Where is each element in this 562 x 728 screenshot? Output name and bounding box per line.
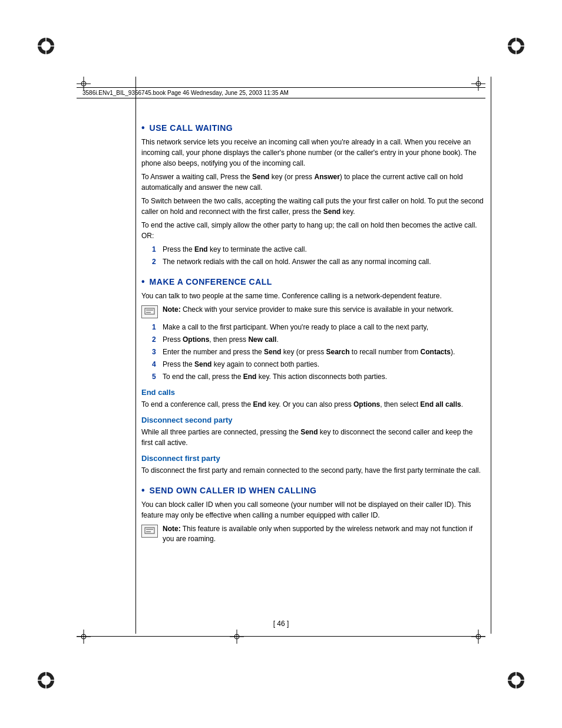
call-waiting-para-2: To Answer a waiting call, Press the Send…: [141, 172, 485, 193]
side-line-left: [135, 77, 136, 634]
section-use-call-waiting-heading: • USE CALL WAITING: [141, 123, 485, 133]
bottom-bar: [77, 636, 485, 637]
caller-id-note-box: Note: This feature is available only whe…: [141, 524, 485, 544]
bullet-use-call-waiting: •: [141, 123, 145, 133]
conference-note-text: Note: Check with your service provider t…: [163, 305, 454, 315]
conference-item-2: 2 Press Options, then press New call.: [152, 334, 485, 345]
note-icon-conference: [141, 305, 158, 318]
svg-rect-34: [145, 528, 154, 533]
call-waiting-para-3: To Switch between the two calls, accepti…: [141, 196, 485, 217]
reg-mark-top-right-outer: [505, 35, 527, 58]
crosshair-bottom-center: [230, 630, 244, 645]
conference-item-4: 4 Press the Send key again to connect bo…: [152, 359, 485, 370]
section-title-use-call-waiting: USE CALL WAITING: [150, 123, 233, 133]
call-waiting-para-4: To end the active call, simply allow the…: [141, 220, 485, 241]
section-conference-call-heading: • MAKE A CONFERENCE CALL: [141, 276, 485, 287]
content-area: • USE CALL WAITING This network service …: [141, 112, 485, 622]
caller-id-para-1: You can block caller ID when you call so…: [141, 499, 485, 521]
file-bar: 3586i.ENv1_BIL_9356745.book Page 46 Wedn…: [77, 87, 485, 98]
crosshair-bottom-right: [471, 630, 485, 645]
disconnect-first-body: To disconnect the first party and remain…: [141, 465, 485, 476]
end-calls-body: To end a conference call, press the End …: [141, 399, 485, 410]
conference-numbered-list: 1 Make a call to the first participant. …: [152, 322, 485, 382]
call-waiting-item-1: 1 Press the End key to terminate the act…: [152, 244, 485, 255]
conference-item-5: 5 To end the call, press the End key. Th…: [152, 371, 485, 382]
conference-note-box: Note: Check with your service provider t…: [141, 305, 485, 318]
sub-heading-disconnect-first: Disconnect first party: [141, 454, 485, 463]
sub-heading-end-calls: End calls: [141, 388, 485, 397]
section-caller-id-heading: • SEND OWN CALLER ID WHEN CALLING: [141, 485, 485, 496]
call-waiting-numbered-list: 1 Press the End key to terminate the act…: [152, 244, 485, 267]
bullet-caller-id: •: [141, 485, 145, 496]
bullet-conference-call: •: [141, 276, 145, 287]
svg-rect-36: [146, 531, 151, 532]
disconnect-second-body: While all three parties are connected, p…: [141, 427, 485, 448]
sub-heading-disconnect-second: Disconnect second party: [141, 416, 485, 424]
crosshair-bottom-left: [77, 630, 91, 645]
reg-mark-bottom-right-outer: [505, 670, 527, 693]
page-container: 3586i.ENv1_BIL_9356745.book Page 46 Wedn…: [0, 0, 562, 728]
svg-rect-33: [146, 312, 151, 313]
conference-item-3: 3 Enter the number and press the Send ke…: [152, 347, 485, 357]
page-number: [ 46 ]: [0, 620, 562, 628]
note-icon-caller-id: [141, 525, 158, 538]
caller-id-note-text: Note: This feature is available only whe…: [163, 524, 485, 544]
svg-rect-35: [146, 529, 153, 530]
svg-rect-32: [146, 309, 153, 311]
reg-mark-top-left-outer: [35, 35, 57, 58]
conference-para-1: You can talk to two people at the same t…: [141, 291, 485, 301]
section-title-caller-id: SEND OWN CALLER ID WHEN CALLING: [150, 486, 317, 495]
conference-item-1: 1 Make a call to the first participant. …: [152, 322, 485, 332]
reg-mark-bottom-left-outer: [35, 670, 57, 693]
svg-rect-31: [145, 308, 154, 314]
side-line-right: [491, 77, 491, 634]
call-waiting-item-2: 2 The network redials with the call on h…: [152, 256, 485, 267]
file-bar-text: 3586i.ENv1_BIL_9356745.book Page 46 Wedn…: [77, 90, 289, 96]
call-waiting-para-1: This network service lets you receive an…: [141, 137, 485, 169]
section-title-conference-call: MAKE A CONFERENCE CALL: [150, 277, 272, 286]
